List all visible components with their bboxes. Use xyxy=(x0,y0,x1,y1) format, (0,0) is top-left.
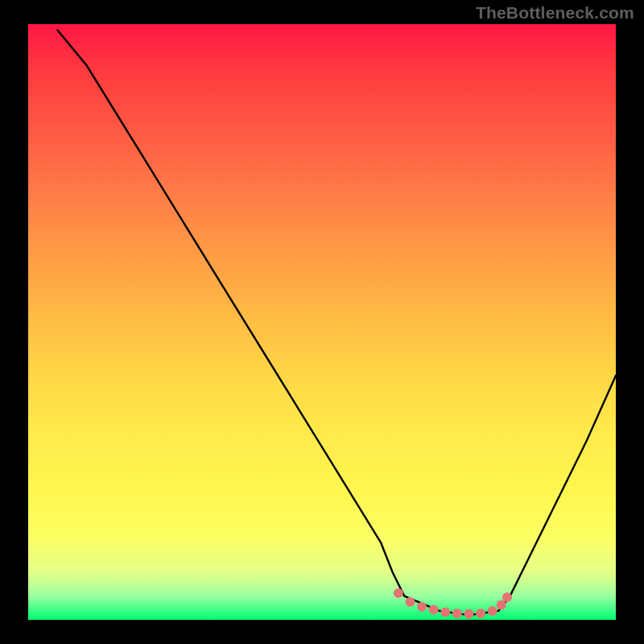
curve-svg xyxy=(28,24,616,620)
flat-region-dot xyxy=(488,606,497,616)
flat-region-markers xyxy=(394,588,512,619)
flat-region-dot xyxy=(452,609,462,618)
flat-region-dot xyxy=(429,605,439,614)
flat-region-dot xyxy=(502,592,512,602)
flat-region-dot xyxy=(464,609,474,619)
plot-area xyxy=(28,24,616,620)
flat-region-dot xyxy=(417,602,427,612)
bottleneck-curve-path xyxy=(58,30,617,615)
flat-region-dot xyxy=(476,609,485,618)
watermark-text: TheBottleneck.com xyxy=(476,3,634,23)
flat-region-dot xyxy=(440,607,450,617)
flat-region-dot xyxy=(497,601,506,610)
chart-frame: TheBottleneck.com xyxy=(0,0,644,644)
flat-region-dot xyxy=(394,588,403,598)
flat-region-dot xyxy=(406,597,415,607)
